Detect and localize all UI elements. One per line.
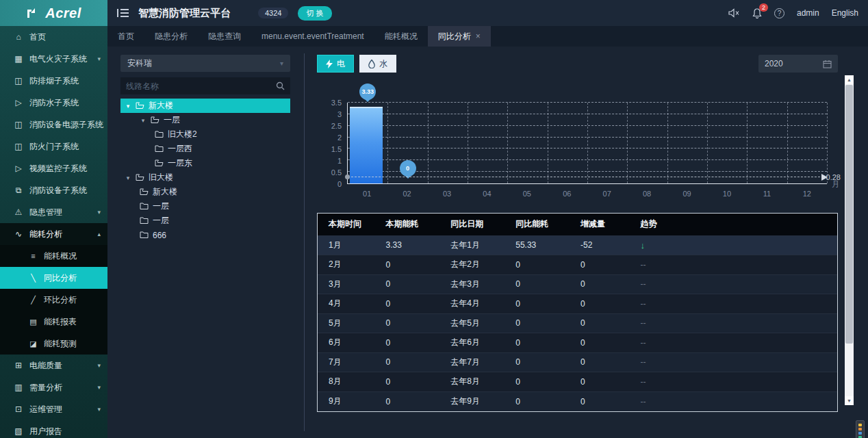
- chevron-down-icon: ▾: [97, 209, 101, 216]
- line-search-input[interactable]: [126, 81, 276, 91]
- brand-name: Acrel: [45, 5, 81, 21]
- sidebar-item-smoke-control[interactable]: ◫ 防排烟子系统: [0, 70, 107, 92]
- sidebar-item-electrical-fire[interactable]: ▦ 电气火灾子系统 ▾: [0, 48, 107, 70]
- table-row[interactable]: 3月0去年3月00--: [318, 274, 837, 294]
- sidebar-group-energy-analysis: ∿ 能耗分析 ▴ ≡ 能耗概况 ╲ 同比分析 ╱ 环比分析 ▤ 能耗报表 ◪: [0, 223, 107, 355]
- tree-node[interactable]: 一层: [120, 199, 290, 214]
- energy-icon: ∿: [14, 229, 23, 239]
- tab-energy-overview[interactable]: 能耗概况: [374, 26, 428, 47]
- sidebar-item-energy-overview[interactable]: ≡ 能耗概况: [0, 245, 107, 267]
- tab-event-treatment[interactable]: menu.event.eventTreatment: [251, 26, 374, 47]
- x-tick-label: 12: [803, 190, 811, 198]
- x-tick-label: 09: [682, 190, 691, 198]
- sidebar-item-fire-water[interactable]: ▷ 消防水子系统: [0, 92, 107, 114]
- electrical-fire-icon: ▦: [14, 54, 23, 64]
- tree-node[interactable]: ▾ 旧大楼: [120, 170, 290, 185]
- table-row[interactable]: 1月3.33去年1月55.33-52↓: [318, 235, 837, 255]
- language-switch[interactable]: English: [832, 8, 858, 18]
- search-icon[interactable]: [276, 81, 285, 90]
- table-header-row: 本期时间 本期能耗 同比日期 同比能耗 增减量 趋势: [318, 214, 837, 235]
- content-scrollbar[interactable]: ▲ ▼: [845, 75, 854, 405]
- help-icon[interactable]: ?: [774, 8, 784, 18]
- tab-home[interactable]: 首页: [107, 26, 144, 47]
- table-row[interactable]: 4月0去年4月00--: [318, 294, 837, 314]
- warning-icon: ⚠: [14, 207, 23, 217]
- sidebar-item-yoy-analysis[interactable]: ╲ 同比分析: [0, 267, 107, 289]
- folder-icon: [140, 203, 149, 210]
- sidebar-item-fire-power[interactable]: ◫ 消防设备电源子系统: [0, 114, 107, 136]
- tree-node[interactable]: 一层东: [120, 156, 290, 170]
- sidebar-item-fire-door[interactable]: ◫ 防火门子系统: [0, 136, 107, 157]
- chart-y-axis: 00.511.522.533.5: [317, 103, 343, 184]
- table-row[interactable]: 8月0去年8月00--: [318, 372, 837, 392]
- sidebar-item-hazard-management[interactable]: ⚠ 隐患管理 ▾: [0, 201, 107, 223]
- tree-node[interactable]: 666: [120, 228, 290, 242]
- collapse-menu-icon[interactable]: [117, 8, 129, 18]
- lightning-icon: [326, 60, 333, 68]
- col-header: 同比日期: [439, 214, 505, 235]
- acrel-logo-icon: [26, 7, 41, 19]
- sidebar-item-energy-report[interactable]: ▤ 能耗报表: [0, 311, 107, 333]
- table-row[interactable]: 9月0去年9月00--: [318, 391, 837, 411]
- browser-extension-dock: [856, 420, 865, 438]
- caret-down-icon[interactable]: ▾: [140, 117, 146, 124]
- tab-yoy-analysis[interactable]: 同比分析 ×: [428, 26, 491, 47]
- tree-node-selected[interactable]: ▾ 新大楼: [120, 99, 290, 113]
- sidebar-item-video-monitor[interactable]: ▷ 视频监控子系统: [0, 157, 107, 179]
- sidebar-item-ops-management[interactable]: ⊡ 运维管理 ▾: [0, 398, 107, 420]
- chevron-up-icon: ▴: [97, 231, 101, 237]
- scroll-up-button[interactable]: ▲: [845, 75, 854, 84]
- caret-down-icon[interactable]: ▾: [125, 175, 131, 181]
- calendar-icon: [823, 60, 832, 68]
- x-tick-label: 03: [443, 190, 451, 198]
- folder-icon: [140, 231, 149, 239]
- tree-node[interactable]: 旧大楼2: [120, 127, 290, 142]
- caret-down-icon[interactable]: ▾: [125, 103, 131, 110]
- user-menu[interactable]: admin: [797, 8, 819, 18]
- chevron-down-icon: ▾: [97, 55, 101, 62]
- sidebar-item-demand-analysis[interactable]: ▥ 需量分析 ▾: [0, 376, 107, 398]
- tree-node[interactable]: 一层西: [120, 142, 290, 156]
- tree-node[interactable]: 一层: [120, 214, 290, 228]
- sidebar-item-energy-analysis[interactable]: ∿ 能耗分析 ▴: [0, 223, 107, 245]
- table-row[interactable]: 2月0去年2月00--: [318, 255, 837, 275]
- scroll-down-button[interactable]: ▼: [845, 396, 854, 405]
- scrollbar-thumb[interactable]: [845, 85, 853, 344]
- tab-hazard-analysis[interactable]: 隐患分析: [144, 26, 198, 47]
- switch-project-button[interactable]: 切 换: [298, 6, 331, 21]
- table-row[interactable]: 5月0去年5月00--: [318, 313, 837, 333]
- building-tree: ▾ 新大楼 ▾ 一层 旧大楼2 一层西: [120, 99, 290, 242]
- monitor-icon: ▷: [14, 98, 23, 107]
- sidebar-item-home[interactable]: ⌂ 首页: [0, 26, 107, 48]
- close-tab-icon[interactable]: ×: [476, 31, 481, 41]
- sidebar-item-mom-analysis[interactable]: ╱ 环比分析: [0, 289, 107, 311]
- sidebar-item-power-quality[interactable]: ⊞ 电能质量 ▾: [0, 355, 107, 376]
- tree-node[interactable]: ▾ 一层: [120, 113, 290, 127]
- brand-logo: Acrel: [0, 0, 107, 26]
- x-tick-label: 01: [363, 190, 371, 198]
- chevron-down-icon: ▾: [280, 60, 283, 67]
- folder-open-icon: [155, 159, 164, 167]
- device-tree-panel: 安科瑞 ▾ ▾ 新大楼: [107, 53, 304, 438]
- table-row[interactable]: 7月0去年7月00--: [318, 352, 837, 372]
- x-tick-label: 06: [563, 190, 571, 198]
- sidebar-item-fire-devices[interactable]: ⧉ 消防设备子系统: [0, 179, 107, 201]
- yoy-data-table: 本期时间 本期能耗 同比日期 同比能耗 增减量 趋势 1月3.33去年1月55.…: [317, 213, 838, 412]
- notifications-button[interactable]: 2: [752, 8, 762, 18]
- tab-hazard-query[interactable]: 隐患查询: [198, 26, 251, 47]
- sidebar-item-energy-forecast[interactable]: ◪ 能耗预测: [0, 333, 107, 355]
- y-tick-label: 1: [337, 157, 342, 165]
- tree-node[interactable]: 新大楼: [120, 185, 290, 199]
- data-point-bubble: 3.33: [359, 83, 376, 100]
- year-picker[interactable]: 2020: [758, 55, 838, 73]
- water-toggle-button[interactable]: 水: [359, 55, 396, 73]
- table-row[interactable]: 6月0去年6月00--: [318, 333, 837, 353]
- bar-month-01[interactable]: [350, 107, 383, 183]
- chart-plot: 3.330: [347, 103, 827, 184]
- electric-toggle-button[interactable]: 电: [317, 55, 354, 73]
- mute-speaker-icon[interactable]: [728, 8, 740, 18]
- project-select[interactable]: 安科瑞 ▾: [120, 55, 290, 72]
- sidebar-item-user-report[interactable]: ▧ 用户报告: [0, 420, 107, 438]
- home-icon: ⌂: [14, 32, 23, 42]
- app-header: Acrel 智慧消防管理云平台 4324 切 换 2 ? admi: [0, 0, 868, 26]
